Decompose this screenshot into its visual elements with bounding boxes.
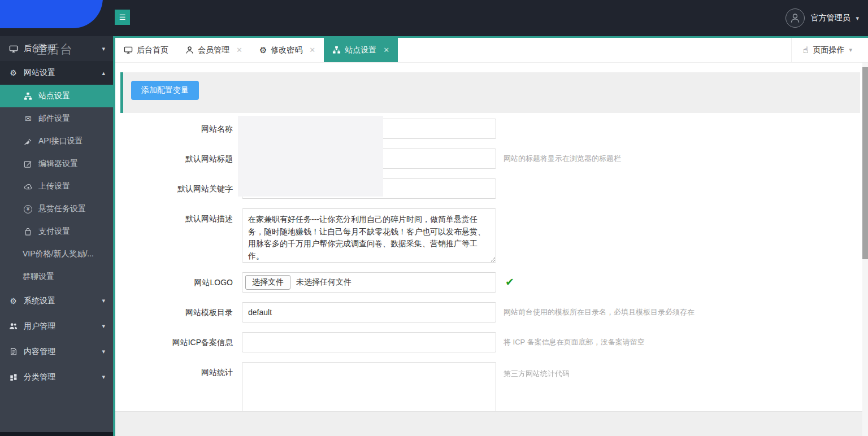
tab-label: 后台首页 (137, 45, 168, 55)
grid-icon (8, 373, 19, 381)
field-label: 默认网站描述 (115, 208, 242, 229)
sidebar-toggle-button[interactable]: ☰ (115, 10, 130, 25)
scrollbar-thumb[interactable] (862, 67, 868, 259)
choose-file-button[interactable]: 选择文件 (245, 275, 290, 290)
toolbar-panel: 添加配置变量 (120, 72, 860, 113)
sidebar-item-label: 上传设置 (38, 181, 70, 191)
field-label: 网站LOGO (115, 272, 242, 293)
chevron-down-icon: ▾ (102, 348, 105, 355)
sidebar-item-label: API接口设置 (38, 136, 83, 146)
form-row-site-name: 网站名称 (115, 119, 868, 139)
sidebar-item-group-chat-settings[interactable]: 群聊设置 (0, 265, 113, 288)
sidebar-item-reward-task-settings[interactable]: ¥ 悬赏任务设置 (0, 198, 113, 220)
bag-icon (23, 228, 33, 236)
field-label: 网站ICP备案信息 (115, 332, 242, 352)
document-icon (8, 347, 19, 356)
sidebar-item-label: 分类管理 (24, 372, 55, 382)
plug-icon (23, 137, 33, 146)
sidebar-item-label: 内容管理 (24, 347, 55, 357)
field-label: 默认网站关键字 (115, 178, 242, 199)
sidebar-item-user-management[interactable]: 用户管理 ▾ (0, 313, 113, 339)
autofill-overlay (238, 116, 383, 197)
tab-dashboard[interactable]: 后台首页 (115, 38, 177, 62)
check-icon: ✔ (505, 272, 514, 293)
sidebar-item-system-settings[interactable]: ⚙ 系统设置 ▾ (0, 288, 113, 313)
form-row-default-title: 默认网站标题 网站的标题将显示在浏览器的标题栏 (115, 149, 868, 169)
field-hint: 网站前台使用的模板所在目录名，必填且模板目录必须存在 (504, 302, 695, 322)
gear-icon: ⚙ (8, 297, 19, 306)
vertical-scrollbar[interactable] (862, 63, 868, 436)
chevron-up-icon: ▴ (102, 69, 105, 77)
chevron-down-icon: ▾ (102, 297, 105, 304)
form-row-icp: 网站ICP备案信息 将 ICP 备案信息在页面底部，没备案请留空 (115, 332, 868, 352)
close-icon[interactable]: ✕ (309, 46, 315, 54)
field-hint: 网站的标题将显示在浏览器的标题栏 (504, 149, 621, 169)
logo-file-input[interactable]: 选择文件 未选择任何文件 (242, 272, 496, 293)
sidebar-item-label: 支付设置 (38, 226, 70, 237)
monitor-icon (124, 46, 133, 54)
icp-info-input[interactable] (242, 332, 496, 352)
yen-circle-icon: ¥ (23, 205, 33, 213)
sidebar-item-vip-price[interactable]: VIP价格/新人奖励/... (0, 243, 113, 265)
sidebar-footer-strip (0, 432, 113, 436)
tab-change-password[interactable]: ⚙ 修改密码 ✕ (251, 38, 324, 62)
sidebar-item-website-settings[interactable]: ⚙ 网站设置 ▴ (0, 61, 113, 85)
footer-band (115, 411, 868, 436)
field-hint: 将 ICP 备案信息在页面底部，没备案请留空 (504, 332, 645, 352)
page-actions-label: 页面操作 (813, 45, 844, 55)
sidebar-item-editor-settings[interactable]: 编辑器设置 (0, 152, 113, 175)
chevron-down-icon: ▾ (102, 45, 105, 53)
monitor-icon (8, 45, 19, 53)
tab-label: 会员管理 (198, 45, 229, 55)
sidebar-header-label: 后台管理 (24, 43, 55, 54)
user-name: 官方管理员 (810, 13, 850, 23)
sidebar-item-mail-settings[interactable]: ✉ 邮件设置 (0, 107, 113, 130)
cloud-upload-icon (23, 182, 33, 191)
tab-label: 站点设置 (345, 45, 376, 55)
sidebar-item-upload-settings[interactable]: 上传设置 (0, 175, 113, 198)
form-row-site-logo: 网站LOGO 选择文件 未选择任何文件 ✔ (115, 272, 868, 293)
person-icon (185, 46, 194, 54)
tab-site-settings[interactable]: 站点设置 ✕ (324, 38, 398, 62)
hand-pointer-icon: ☝ (803, 45, 809, 55)
main-area: 后台首页 会员管理 ✕ ⚙ 修改密码 ✕ (115, 36, 868, 436)
users-icon (8, 322, 19, 330)
sidebar-item-category-management[interactable]: 分类管理 ▾ (0, 364, 113, 390)
tab-members[interactable]: 会员管理 ✕ (177, 38, 251, 62)
sitemap-icon (23, 92, 33, 101)
hamburger-icon: ☰ (119, 13, 126, 21)
sidebar-item-content-management[interactable]: 内容管理 ▾ (0, 339, 113, 364)
close-icon[interactable]: ✕ (383, 46, 389, 54)
sidebar-item-label: VIP价格/新人奖励/... (23, 249, 94, 259)
sidebar-item-payment-settings[interactable]: 支付设置 (0, 220, 113, 243)
field-label: 默认网站标题 (115, 149, 242, 169)
tab-label: 修改密码 (271, 45, 302, 55)
add-config-variable-button[interactable]: 添加配置变量 (131, 81, 199, 100)
default-description-textarea[interactable]: 在家兼职有好任务---让你充分利用自己的碎片时间，做简单悬赏任务，随时随地赚钱！… (242, 208, 496, 263)
user-menu[interactable]: 官方管理员 ▾ (785, 0, 859, 36)
sidebar-item-label: 网站设置 (24, 68, 55, 78)
avatar (785, 8, 805, 28)
field-label: 网站名称 (115, 119, 242, 139)
close-icon[interactable]: ✕ (236, 46, 242, 54)
sidebar-item-label: 系统设置 (24, 296, 55, 306)
sidebar-item-site-settings[interactable]: 站点设置 (0, 85, 113, 107)
sidebar-header[interactable]: 后台管理 理后台 ▾ (0, 36, 113, 61)
sitemap-icon (332, 46, 341, 54)
template-dir-input[interactable] (242, 302, 496, 322)
page-actions-dropdown[interactable]: ☝ 页面操作 ▾ (791, 38, 868, 62)
mail-icon: ✉ (23, 114, 33, 123)
file-status-text: 未选择任何文件 (296, 277, 351, 287)
chevron-down-icon: ▾ (102, 373, 105, 381)
gear-icon: ⚙ (259, 45, 267, 55)
person-icon (789, 12, 801, 24)
chevron-down-icon: ▾ (849, 46, 852, 54)
logo-blob (0, 0, 103, 28)
form-row-default-keywords: 默认网站关键字 (115, 178, 868, 199)
sidebar-item-label: 群聊设置 (23, 272, 54, 282)
chevron-down-icon: ▾ (102, 322, 105, 330)
sidebar-item-api-settings[interactable]: API接口设置 (0, 130, 113, 152)
sidebar-divider (113, 36, 115, 436)
field-label: 网站模板目录 (115, 302, 242, 322)
sidebar-item-label: 邮件设置 (38, 114, 70, 124)
